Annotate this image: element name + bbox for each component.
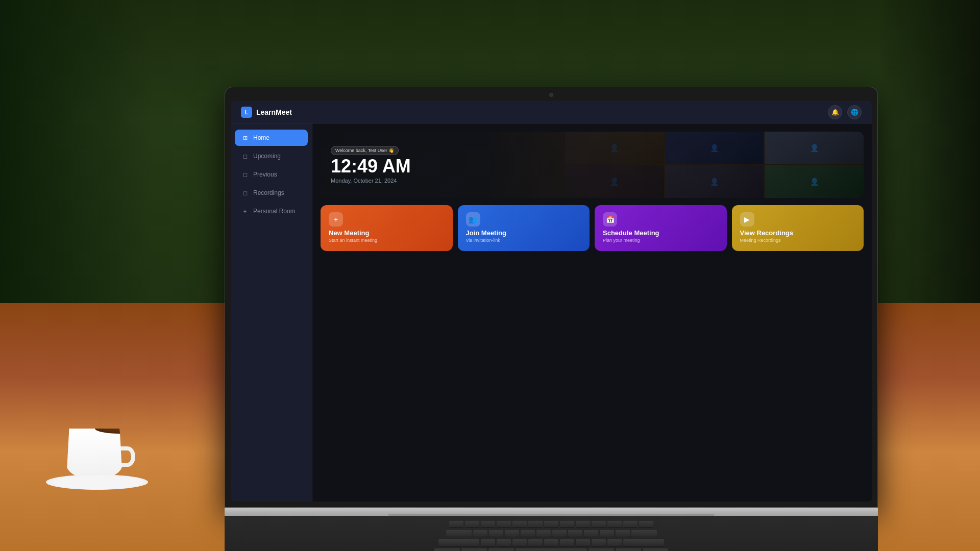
sidebar-item-upcoming[interactable]: ◻ Upcoming <box>235 148 308 164</box>
hero-content: Welcome back, Test User 👋 12:49 AM Monda… <box>331 132 411 198</box>
key <box>623 521 638 528</box>
sidebar-item-recordings-label: Recordings <box>253 189 284 196</box>
key <box>488 548 514 551</box>
key <box>521 530 535 537</box>
laptop-screen-frame: L LearnMeet 🔔 🌐 ⊞ Home <box>225 87 878 508</box>
key <box>481 521 495 528</box>
key <box>446 530 472 537</box>
key <box>528 539 543 546</box>
plant-decoration-left <box>0 0 153 303</box>
hero-time: 12:49 AM <box>331 157 411 176</box>
key <box>607 521 622 528</box>
home-icon: ⊞ <box>241 134 249 142</box>
key <box>544 521 558 528</box>
key <box>600 530 614 537</box>
laptop-keyboard <box>225 516 878 551</box>
sidebar: ⊞ Home ◻ Upcoming ◻ Previous ◻ <box>231 123 312 502</box>
key <box>568 530 582 537</box>
join-meeting-icon: 👥 <box>466 212 480 227</box>
welcome-text: Welcome back, Test User 👋 <box>335 148 394 153</box>
key <box>489 530 503 537</box>
key <box>639 521 653 528</box>
hero-banner: Welcome back, Test User 👋 12:49 AM Monda… <box>321 132 864 198</box>
key <box>560 539 574 546</box>
action-cards-grid: + New Meeting Start an instant meeting 👥… <box>321 205 864 251</box>
key <box>512 521 527 528</box>
key <box>616 530 630 537</box>
coffee-cup <box>41 378 153 490</box>
sidebar-item-personal-room[interactable]: + Personal Room <box>235 203 308 219</box>
key <box>465 521 479 528</box>
key <box>512 539 527 546</box>
main-content: Welcome back, Test User 👋 12:49 AM Monda… <box>312 123 872 502</box>
key <box>528 521 543 528</box>
view-recordings-title: View Recordings <box>740 229 856 237</box>
key <box>497 539 511 546</box>
key <box>438 539 479 546</box>
key <box>560 521 574 528</box>
app-header: L LearnMeet 🔔 🌐 <box>231 101 872 123</box>
view-recordings-subtitle: Meeting Recordings <box>740 238 856 243</box>
logo-text: LearnMeet <box>256 108 292 116</box>
sidebar-item-recordings[interactable]: ◻ Recordings <box>235 185 308 201</box>
sidebar-item-previous-label: Previous <box>253 171 277 178</box>
key <box>536 530 551 537</box>
logo-icon: L <box>241 107 252 118</box>
key <box>576 539 590 546</box>
header-actions: 🔔 🌐 <box>828 105 862 119</box>
sidebar-item-home[interactable]: ⊞ Home <box>235 130 308 146</box>
app-ui: L LearnMeet 🔔 🌐 ⊞ Home <box>231 101 872 502</box>
new-meeting-icon: + <box>329 212 343 227</box>
new-meeting-subtitle: Start an instant meeting <box>329 238 445 243</box>
sidebar-item-home-label: Home <box>253 134 270 141</box>
sidebar-item-upcoming-label: Upcoming <box>253 153 281 160</box>
language-button[interactable]: 🌐 <box>847 105 862 119</box>
spacebar-key <box>516 548 587 551</box>
key <box>544 539 558 546</box>
upcoming-icon: ◻ <box>241 152 249 160</box>
sidebar-item-previous[interactable]: ◻ Previous <box>235 166 308 183</box>
previous-icon: ◻ <box>241 170 249 179</box>
key <box>643 548 668 551</box>
view-recordings-card[interactable]: ▶ View Recordings Meeting Recordings <box>732 205 864 251</box>
schedule-meeting-subtitle: Plan your meeting <box>603 238 719 243</box>
key <box>434 548 460 551</box>
cup-liquid <box>95 423 145 434</box>
join-meeting-card[interactable]: 👥 Join Meeting Via invitation-link <box>458 205 590 251</box>
key <box>497 521 511 528</box>
key <box>607 539 622 546</box>
schedule-meeting-card[interactable]: 📅 Schedule Meeting Plan your meeting <box>595 205 727 251</box>
key <box>616 548 641 551</box>
app-body: ⊞ Home ◻ Upcoming ◻ Previous ◻ <box>231 123 872 502</box>
key <box>473 530 487 537</box>
key <box>505 530 519 537</box>
hero-date: Monday, October 21, 2024 <box>331 178 411 184</box>
recordings-icon: ◻ <box>241 189 249 197</box>
key <box>589 548 614 551</box>
schedule-meeting-icon: 📅 <box>603 212 617 227</box>
laptop: L LearnMeet 🔔 🌐 ⊞ Home <box>225 87 878 551</box>
plant-decoration-right <box>878 0 980 303</box>
view-recordings-icon: ▶ <box>740 212 754 227</box>
app-logo: L LearnMeet <box>241 107 292 118</box>
notification-button[interactable]: 🔔 <box>828 105 842 119</box>
cup-handle <box>120 446 135 467</box>
new-meeting-card[interactable]: + New Meeting Start an instant meeting <box>321 205 453 251</box>
schedule-meeting-title: Schedule Meeting <box>603 229 719 237</box>
key <box>631 530 657 537</box>
cup-saucer <box>46 474 148 490</box>
key <box>552 530 567 537</box>
key <box>623 539 664 546</box>
key <box>461 548 487 551</box>
new-meeting-title: New Meeting <box>329 229 445 237</box>
laptop-camera <box>549 93 553 97</box>
welcome-badge: Welcome back, Test User 👋 <box>331 146 399 155</box>
cup-body <box>66 429 122 480</box>
key <box>592 521 606 528</box>
personal-room-icon: + <box>241 207 249 215</box>
key <box>481 539 495 546</box>
key <box>576 521 590 528</box>
laptop-screen: L LearnMeet 🔔 🌐 ⊞ Home <box>231 101 872 502</box>
key <box>449 521 463 528</box>
join-meeting-subtitle: Via invitation-link <box>466 238 582 243</box>
